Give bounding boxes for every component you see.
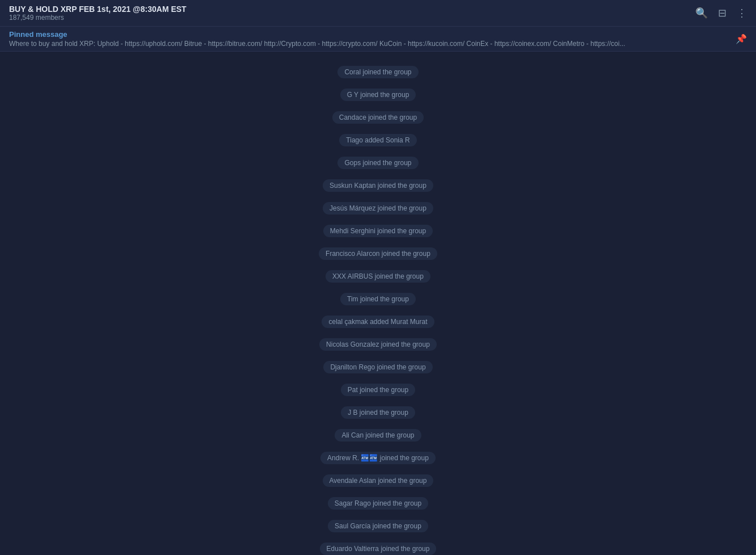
message-row: Nicolas Gonzalez joined the group (0, 335, 756, 354)
message-row: celal çakmak added Murat Murat (0, 313, 756, 331)
system-message: Sagar Rago joined the group (328, 497, 428, 510)
layout-icon[interactable]: ⊟ (718, 7, 727, 19)
message-row: Francisco Alarcon joined the group (0, 245, 756, 263)
system-message: Candace joined the group (332, 111, 424, 124)
system-message: celal çakmak added Murat Murat (322, 316, 434, 328)
system-message: Ali Can joined the group (335, 429, 421, 442)
system-message: XXX AIRBUS joined the group (326, 270, 430, 283)
system-message: Suskun Kaptan joined the group (323, 179, 433, 192)
system-message: Pat joined the group (341, 384, 415, 396)
message-row: Gops joined the group (0, 154, 756, 172)
system-message: Tim joined the group (340, 293, 416, 305)
system-message: Gops joined the group (337, 157, 418, 169)
system-message: J B joined the group (341, 406, 415, 419)
system-message: G Y joined the group (340, 89, 416, 101)
system-message: Jesús Márquez joined the group (323, 202, 433, 215)
group-title: BUY & HOLD XRP FEB 1st, 2021 @8:30AM EST (9, 5, 187, 14)
system-message: Francisco Alarcon joined the group (319, 247, 437, 260)
message-row: Candace joined the group (0, 108, 756, 127)
message-row: Coral joined the group (0, 63, 756, 81)
message-row: Tiago added Sonia R (0, 131, 756, 149)
message-row: XXX AIRBUS joined the group (0, 267, 756, 285)
pinned-text: Where to buy and hold XRP: Uphold - http… (9, 40, 625, 48)
message-row: Suskun Kaptan joined the group (0, 176, 756, 195)
message-row: Andrew R. 🏧🏧 joined the group (0, 449, 756, 467)
pin-icon[interactable]: 📌 (736, 33, 747, 44)
message-row: G Y joined the group (0, 86, 756, 104)
menu-icon[interactable]: ⋮ (737, 7, 747, 19)
message-row: Saul García joined the group (0, 517, 756, 535)
pinned-content: Pinned message Where to buy and hold XRP… (9, 30, 625, 48)
message-row: Avendale Aslan joined the group (0, 472, 756, 490)
system-message: Avendale Aslan joined the group (323, 474, 434, 487)
message-row: Ali Can joined the group (0, 426, 756, 444)
message-row: Eduardo Valtierra joined the group (0, 540, 756, 555)
system-message: Eduardo Valtierra joined the group (320, 543, 437, 555)
header-icons: 🔍 ⊟ ⋮ (695, 7, 747, 19)
header-info: BUY & HOLD XRP FEB 1st, 2021 @8:30AM EST… (9, 5, 187, 22)
system-message: Nicolas Gonzalez joined the group (319, 338, 437, 351)
system-message: Tiago added Sonia R (339, 134, 416, 146)
message-row: Tim joined the group (0, 290, 756, 308)
system-message: Saul García joined the group (328, 520, 428, 532)
header: BUY & HOLD XRP FEB 1st, 2021 @8:30AM EST… (0, 0, 756, 27)
system-message: Mehdi Serghini joined the group (323, 225, 433, 237)
pinned-message-bar[interactable]: Pinned message Where to buy and hold XRP… (0, 27, 756, 52)
message-row: Jesús Márquez joined the group (0, 199, 756, 217)
member-count: 187,549 members (9, 14, 187, 22)
message-row: J B joined the group (0, 403, 756, 422)
system-message: Coral joined the group (337, 66, 418, 78)
chat-area: Coral joined the groupG Y joined the gro… (0, 52, 756, 555)
pinned-label: Pinned message (9, 30, 625, 39)
search-icon[interactable]: 🔍 (695, 7, 708, 19)
message-row: Sagar Rago joined the group (0, 494, 756, 512)
message-row: Mehdi Serghini joined the group (0, 222, 756, 240)
system-message: Djanilton Rego joined the group (323, 361, 432, 373)
message-row: Pat joined the group (0, 381, 756, 399)
system-message: Andrew R. 🏧🏧 joined the group (320, 452, 436, 464)
message-row: Djanilton Rego joined the group (0, 358, 756, 376)
